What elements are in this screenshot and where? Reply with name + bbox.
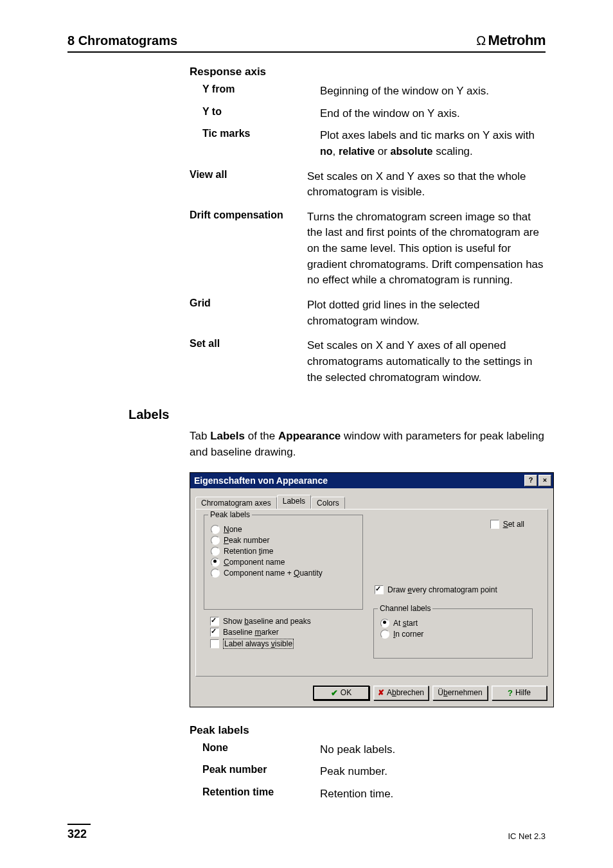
help-titlebar-button[interactable]: ? <box>524 475 537 486</box>
x-icon: ✘ <box>378 688 384 697</box>
tab-labels[interactable]: Labels <box>277 495 311 509</box>
radio-component-name-quantity[interactable]: Component name + Quantity <box>211 569 356 578</box>
desc-drift: Turns the chromatogram screen image so t… <box>307 209 546 288</box>
tab-strip: Chromatogram axes Labels Colors <box>190 488 553 509</box>
desc-retention-time: Retention time. <box>320 786 546 802</box>
response-axis-heading: Response axis <box>190 66 546 78</box>
page-header: 8 Chromatograms Ω Metrohm <box>67 32 546 53</box>
dialog-button-row: ✔ OK ✘ Abbrechen Übernehmen ? Hilfe <box>190 682 553 707</box>
term-retention-time: Retention time <box>190 786 320 798</box>
radio-icon <box>211 558 220 567</box>
desc-none: No peak labels. <box>320 742 546 758</box>
radio-peak-number[interactable]: Peak number <box>211 536 356 545</box>
term-none: None <box>190 742 320 754</box>
check-set-all[interactable]: Set all <box>490 520 524 529</box>
question-icon: ? <box>508 688 513 698</box>
term-drift: Drift compensation <box>190 209 307 221</box>
desc-set-all: Set scales on X and Y axes of all opened… <box>307 338 546 385</box>
chapter-title: 8 Chromatograms <box>67 33 177 48</box>
check-draw-every-point[interactable]: Draw every chromatogram point <box>375 585 497 594</box>
close-titlebar-button[interactable]: × <box>538 475 551 486</box>
term-tic-marks: Tic marks <box>190 128 320 139</box>
labels-heading: Labels <box>129 407 546 422</box>
baseline-checks: Show baseline and peaks Baseline marker … <box>204 614 363 661</box>
term-grid: Grid <box>190 297 307 309</box>
desc-view-all: Set scales on X and Y axes so that the w… <box>307 169 546 200</box>
apply-button[interactable]: Übernehmen <box>432 686 488 700</box>
radio-icon <box>380 619 389 628</box>
term-peak-number: Peak number <box>190 764 320 775</box>
check-baseline-marker[interactable]: Baseline marker <box>210 628 357 637</box>
brand-logo: Ω Metrohm <box>476 32 546 49</box>
brand-text: Metrohm <box>488 32 546 49</box>
desc-grid: Plot dotted grid lines in the selected c… <box>307 297 546 329</box>
checkbox-icon <box>210 639 219 648</box>
check-icon: ✔ <box>331 688 338 698</box>
page-number: 322 <box>67 824 91 841</box>
group-peak-labels-legend: Peak labels <box>208 510 252 519</box>
desc-tic-marks: Plot axes labels and tic marks on Y axis… <box>320 128 546 159</box>
term-y-from: Y from <box>190 84 320 95</box>
group-peak-labels: Peak labels None Peak number Retention t… <box>204 515 363 610</box>
cancel-button[interactable]: ✘ Abbrechen <box>373 686 429 700</box>
checkbox-icon <box>375 585 384 594</box>
checkbox-icon <box>210 617 219 626</box>
labels-paragraph: Tab Labels of the Appearance window with… <box>190 429 546 460</box>
tab-colors[interactable]: Colors <box>311 497 345 509</box>
dialog-title: Eigenschaften von Appearance <box>194 475 328 486</box>
dialog-titlebar[interactable]: Eigenschaften von Appearance ? × <box>190 473 553 488</box>
desc-y-to: End of the window on Y axis. <box>320 106 546 122</box>
check-show-baseline[interactable]: Show baseline and peaks <box>210 617 357 626</box>
radio-component-name[interactable]: Component name <box>211 558 356 567</box>
checkbox-icon <box>210 628 219 637</box>
metrohm-icon: Ω <box>476 33 485 48</box>
tab-panel-labels: Peak labels None Peak number Retention t… <box>195 509 548 677</box>
check-label-always-visible[interactable]: Label always visible <box>210 639 357 649</box>
desc-peak-number: Peak number. <box>320 764 546 780</box>
desc-y-from: Beginning of the window on Y axis. <box>320 84 546 100</box>
term-set-all: Set all <box>190 338 307 350</box>
product-name: IC Net 2.3 <box>508 831 546 841</box>
appearance-dialog: Eigenschaften von Appearance ? × Chromat… <box>190 472 554 707</box>
radio-icon <box>211 569 220 578</box>
radio-retention-time[interactable]: Retention time <box>211 547 356 556</box>
radio-icon <box>211 547 220 556</box>
group-channel-labels-legend: Channel labels <box>378 604 432 613</box>
term-view-all: View all <box>190 169 307 181</box>
radio-icon <box>380 630 389 639</box>
content-area: Response axis Y from Beginning of the wi… <box>190 66 546 385</box>
ok-button[interactable]: ✔ OK <box>313 686 369 700</box>
page-footer: 322 IC Net 2.3 <box>67 824 546 841</box>
help-button[interactable]: ? Hilfe <box>492 686 547 700</box>
tab-chromatogram-axes[interactable]: Chromatogram axes <box>195 497 277 509</box>
peak-labels-heading: Peak labels <box>190 724 546 737</box>
radio-in-corner[interactable]: In corner <box>380 630 526 639</box>
checkbox-icon <box>490 520 499 529</box>
radio-none[interactable]: None <box>211 525 356 534</box>
group-channel-labels: Channel labels At start In corner <box>373 608 533 659</box>
radio-icon <box>211 536 220 545</box>
term-y-to: Y to <box>190 106 320 118</box>
radio-at-start[interactable]: At start <box>380 619 526 628</box>
radio-icon <box>211 525 220 534</box>
